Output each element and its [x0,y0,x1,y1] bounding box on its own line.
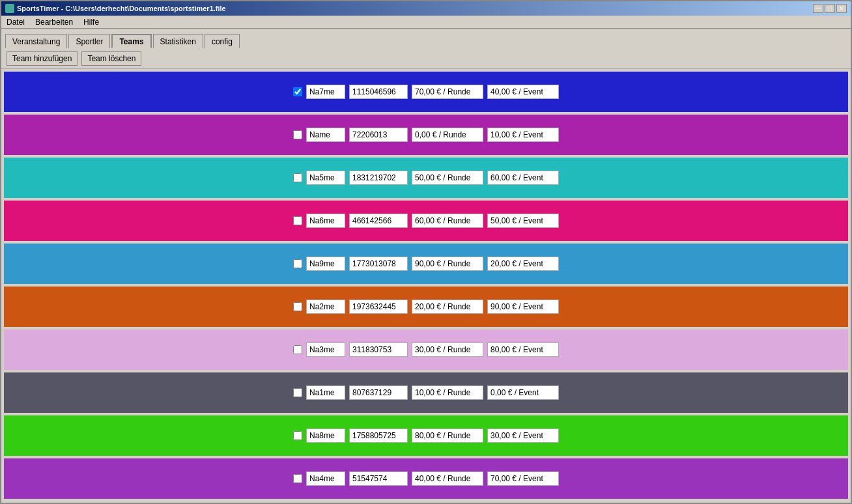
menu-bearbeiten[interactable]: Bearbeiten [33,17,76,27]
team-number-field[interactable]: 1973632445 [349,300,408,314]
team-name-field[interactable]: Na3me [306,343,345,357]
team-name-field[interactable]: Na7me [306,85,345,99]
tab-veranstaltung[interactable]: Veranstaltung [5,34,67,48]
team-checkbox-2[interactable] [293,173,302,182]
team-row: Na2me197363244520,00 € / Runde90,00 € / … [4,287,848,327]
team-checkbox-6[interactable] [293,345,302,354]
team-checkbox-0[interactable] [293,87,302,96]
team-checkbox-3[interactable] [293,216,302,225]
team-rate-field[interactable]: 90,00 € / Runde [412,257,483,271]
menu-bar: Datei Bearbeiten Hilfe [1,16,851,29]
delete-team-button[interactable]: Team löschen [81,51,141,66]
title-bar: SportsTimer - C:\Users\derhecht\Document… [1,1,851,16]
team-number-field[interactable]: 311830753 [349,343,408,357]
main-window: SportsTimer - C:\Users\derhecht\Document… [0,0,852,504]
toolbar: Team hinzufügen Team löschen [1,48,851,69]
team-row: Na7me111504659670,00 € / Runde40,00 € / … [4,72,848,112]
add-team-button[interactable]: Team hinzufügen [7,51,78,66]
team-event-field[interactable]: 70,00 € / Event [487,471,559,486]
team-name-field[interactable]: Na6me [306,214,345,228]
team-row: Na4me5154757440,00 € / Runde70,00 € / Ev… [4,458,848,499]
team-rate-field[interactable]: 40,00 € / Runde [412,471,483,486]
team-rate-field[interactable]: 70,00 € / Runde [412,85,483,99]
teams-list: Na7me111504659670,00 € / Runde40,00 € / … [1,69,851,503]
team-rate-field[interactable]: 10,00 € / Runde [412,385,483,400]
team-row: Na5me183121970250,00 € / Runde60,00 € / … [4,158,848,198]
team-checkbox-4[interactable] [293,259,302,268]
maximize-button[interactable]: □ [825,4,835,13]
team-row: Name722060130,00 € / Runde10,00 € / Even… [4,115,848,155]
team-row: Na1me80763712910,00 € / Runde0,00 € / Ev… [4,372,848,413]
team-name-field[interactable]: Name [306,128,345,142]
team-row: Na6me46614256660,00 € / Runde50,00 € / E… [4,201,848,241]
team-rate-field[interactable]: 80,00 € / Runde [412,428,483,443]
team-number-field[interactable]: 51547574 [349,471,408,486]
team-number-field[interactable]: 1115046596 [349,85,408,99]
tab-teams[interactable]: Teams [111,34,151,48]
team-checkbox-1[interactable] [293,130,302,139]
menu-datei[interactable]: Datei [4,17,27,27]
team-number-field[interactable]: 1773013078 [349,257,408,271]
team-rate-field[interactable]: 50,00 € / Runde [412,171,483,185]
team-event-field[interactable]: 10,00 € / Event [487,128,559,142]
team-number-field[interactable]: 1758805725 [349,428,408,443]
team-event-field[interactable]: 20,00 € / Event [487,257,559,271]
team-number-field[interactable]: 807637129 [349,385,408,400]
team-row: Na9me177301307890,00 € / Runde20,00 € / … [4,244,848,284]
tab-sportler[interactable]: Sportler [68,34,110,48]
team-name-field[interactable]: Na5me [306,171,345,185]
menu-hilfe[interactable]: Hilfe [81,17,102,27]
tab-config[interactable]: config [205,34,240,48]
team-name-field[interactable]: Na2me [306,300,345,314]
team-number-field[interactable]: 72206013 [349,128,408,142]
tab-statistiken[interactable]: Statistiken [153,34,203,48]
app-icon [5,4,14,13]
team-event-field[interactable]: 0,00 € / Event [487,385,559,400]
team-checkbox-8[interactable] [293,431,302,440]
tabs-bar: Veranstaltung Sportler Teams Statistiken… [1,29,851,48]
team-rate-field[interactable]: 0,00 € / Runde [412,128,483,142]
team-checkbox-7[interactable] [293,388,302,397]
team-event-field[interactable]: 80,00 € / Event [487,343,559,357]
team-name-field[interactable]: Na9me [306,257,345,271]
team-event-field[interactable]: 40,00 € / Event [487,85,559,99]
team-row: Na8me175880572580,00 € / Runde30,00 € / … [4,415,848,456]
team-name-field[interactable]: Na8me [306,428,345,443]
window-title: SportsTimer - C:\Users\derhecht\Document… [17,5,226,12]
team-row: Na3me31183075330,00 € / Runde80,00 € / E… [4,329,848,370]
close-button[interactable]: ✕ [836,4,847,13]
title-buttons: — □ ✕ [813,4,847,13]
team-checkbox-5[interactable] [293,302,302,311]
team-event-field[interactable]: 30,00 € / Event [487,428,559,443]
team-name-field[interactable]: Na4me [306,471,345,486]
minimize-button[interactable]: — [813,4,823,13]
team-event-field[interactable]: 60,00 € / Event [487,171,559,185]
team-number-field[interactable]: 1831219702 [349,171,408,185]
team-event-field[interactable]: 90,00 € / Event [487,300,559,314]
team-number-field[interactable]: 466142566 [349,214,408,228]
team-rate-field[interactable]: 60,00 € / Runde [412,214,483,228]
team-event-field[interactable]: 50,00 € / Event [487,214,559,228]
team-rate-field[interactable]: 20,00 € / Runde [412,300,483,314]
team-checkbox-9[interactable] [293,474,302,483]
team-rate-field[interactable]: 30,00 € / Runde [412,343,483,357]
team-name-field[interactable]: Na1me [306,385,345,400]
